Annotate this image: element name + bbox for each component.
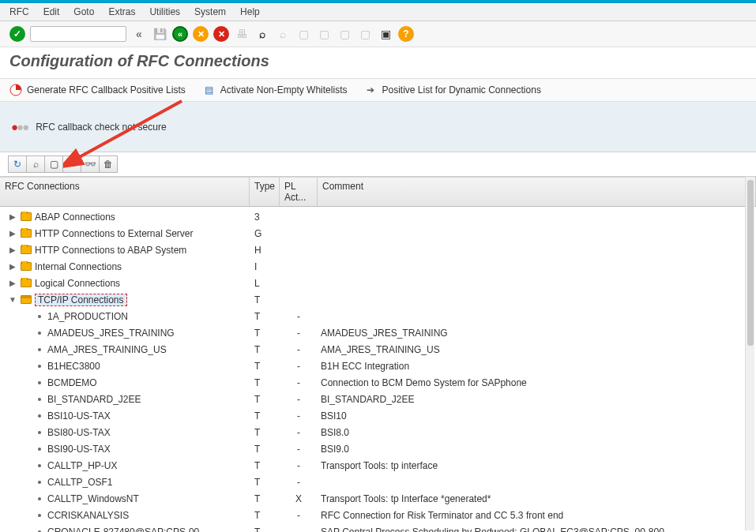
menu-goto[interactable]: Goto [73, 6, 94, 17]
folder-label: Internal Connections [35, 261, 122, 272]
history-chevron-icon[interactable]: « [131, 26, 147, 42]
type-cell: T [250, 427, 280, 438]
generate-callback-button[interactable]: Generate RFC Callback Positive Lists [9, 84, 186, 96]
tree-leaf[interactable]: CALLTP_HP-UXT-Transport Tools: tp interf… [8, 457, 756, 474]
col-type[interactable]: Type [250, 178, 280, 206]
print-icon: 🖶 [234, 26, 250, 42]
main-toolbar: ✓ « 💾 « ✕ ✕ 🖶 ⌕ ⌕ ▢ ▢ ▢ ▢ ▣ ? [0, 21, 756, 47]
plact-cell: - [280, 377, 318, 388]
tree-folder[interactable]: ▶HTTP Connections to ABAP SystemH [8, 242, 756, 258]
menu-help[interactable]: Help [240, 6, 260, 17]
type-cell: L [250, 278, 280, 289]
tree-leaf[interactable]: BI_STANDARD_J2EET-BI_STANDARD_J2EE [8, 391, 756, 407]
tree-leaf[interactable]: 1A_PRODUCTIONT- [8, 308, 756, 324]
type-cell: G [250, 228, 280, 239]
menu-system[interactable]: System [194, 6, 226, 17]
folder-icon [21, 212, 32, 221]
tree-folder[interactable]: ▶Logical ConnectionsL [8, 275, 756, 291]
menubar: RFC Edit Goto Extras Utilities System He… [0, 3, 756, 21]
activate-whitelists-button[interactable]: ▤ Activate Non-Empty Whitelists [203, 84, 348, 96]
folder-label: HTTP Connections to External Server [35, 228, 194, 239]
plact-cell: - [280, 477, 318, 488]
menu-extras[interactable]: Extras [108, 6, 135, 17]
tree-leaf[interactable]: CRONACLE-827480@SAP:CPS-00T-SAP Central … [8, 523, 756, 532]
folder-label: Logical Connections [35, 278, 120, 289]
scrollbar[interactable] [745, 177, 754, 530]
comment-cell: BSI8.0 [318, 427, 756, 438]
leaf-label: BSI80-US-TAX [47, 427, 111, 438]
expand-icon[interactable]: ▶ [8, 262, 17, 271]
comment-cell: Transport Tools: tp interface [318, 460, 756, 471]
type-cell: T [250, 311, 280, 322]
leaf-label: BSI10-US-TAX [47, 410, 111, 421]
scrollbar-thumb[interactable] [747, 180, 754, 346]
folder-open-icon [21, 295, 32, 304]
plact-cell: - [280, 311, 318, 322]
menu-edit[interactable]: Edit [43, 6, 60, 17]
bullet-icon [38, 348, 41, 351]
expand-icon[interactable]: ▶ [8, 212, 17, 221]
bullet-icon [38, 365, 41, 368]
tree-leaf[interactable]: BCMDEMOT-Connection to BCM Demo System f… [8, 374, 756, 391]
leaf-label: CRONACLE-827480@SAP:CPS-00 [47, 526, 199, 533]
menu-rfc[interactable]: RFC [9, 6, 29, 17]
help-icon[interactable]: ? [398, 26, 414, 42]
glasses-button[interactable]: 👓 [81, 155, 100, 173]
leaf-label: CALLTP_OSF1 [47, 477, 112, 488]
comment-cell: BSI10 [318, 410, 756, 421]
col-name[interactable]: RFC Connections [0, 178, 250, 206]
positive-list-button[interactable]: ➔ Positive List for Dynamic Connections [364, 84, 540, 96]
enter-icon[interactable]: ✓ [9, 26, 25, 42]
tree-folder[interactable]: ▶Internal ConnectionsI [8, 258, 756, 275]
tree-leaf[interactable]: AMADEUS_JRES_TRAININGT-AMADEUS_JRES_TRAI… [8, 324, 756, 341]
folder-label: ABAP Connections [35, 212, 115, 223]
message-bar: ●●● RFC callback check not secure [0, 102, 756, 152]
cancel-icon[interactable]: ✕ [213, 26, 229, 42]
plact-cell: - [280, 410, 318, 421]
tree-folder[interactable]: ▶HTTP Connections to External ServerG [8, 225, 756, 242]
tree-leaf[interactable]: BSI80-US-TAXT-BSI8.0 [8, 424, 756, 440]
tree-leaf[interactable]: CCRISKANALYSIST-RFC Connection for Risk … [8, 507, 756, 523]
new-session-icon[interactable]: ▣ [378, 26, 393, 42]
comment-cell: Transport Tools: tp Interface *generated… [318, 493, 756, 504]
expand-icon[interactable]: ▶ [8, 229, 17, 238]
plact-cell: - [280, 526, 318, 533]
tree-leaf[interactable]: CALLTP_WindowsNTTXTransport Tools: tp In… [8, 490, 756, 507]
folder-icon [21, 245, 32, 254]
comment-cell: BI_STANDARD_J2EE [318, 394, 756, 405]
tree-leaf[interactable]: BSI90-US-TAXT-BSI9.0 [8, 440, 756, 457]
find-button[interactable]: ⌕ [26, 155, 45, 173]
leaf-label: CALLTP_WindowsNT [47, 493, 139, 504]
tree-leaf[interactable]: AMA_JRES_TRAINING_UST-AMA_JRES_TRAINING_… [8, 341, 756, 358]
prev-page-icon: ▢ [316, 26, 332, 42]
collapse-icon[interactable]: ▼ [8, 295, 17, 304]
leaf-label: BSI90-US-TAX [47, 444, 111, 455]
menu-utilities[interactable]: Utilities [149, 6, 180, 17]
tree-grid[interactable]: ▶ABAP Connections3▶HTTP Connections to E… [0, 207, 756, 532]
delete-button[interactable]: 🗑 [99, 155, 118, 173]
edit-button[interactable]: ✎ [62, 155, 81, 173]
tree-leaf[interactable]: B1HEC3800T-B1H ECC Integration [8, 358, 756, 374]
last-page-icon: ▢ [357, 26, 373, 42]
type-cell: T [250, 526, 280, 533]
tree-leaf[interactable]: CALLTP_OSF1T- [8, 474, 756, 490]
col-comment[interactable]: Comment [318, 178, 756, 206]
tree-folder-open[interactable]: ▼TCP/IP ConnectionsT [8, 291, 756, 308]
col-plact[interactable]: PL Act... [280, 178, 318, 206]
exit-icon[interactable]: ✕ [193, 26, 209, 42]
command-field[interactable] [30, 26, 126, 42]
bullet-icon [38, 448, 41, 451]
tree-folder[interactable]: ▶ABAP Connections3 [8, 208, 756, 225]
type-cell: T [250, 460, 280, 471]
type-cell: T [250, 294, 280, 305]
find-icon[interactable]: ⌕ [254, 26, 270, 42]
comment-cell: SAP Central Process Scheduling by Redwoo… [318, 526, 756, 533]
refresh-button[interactable]: ↻ [8, 155, 27, 173]
create-button[interactable]: ▢ [44, 155, 63, 173]
list-check-icon: ▤ [203, 84, 216, 96]
tree-leaf[interactable]: BSI10-US-TAXT-BSI10 [8, 407, 756, 424]
expand-icon[interactable]: ▶ [8, 245, 17, 254]
expand-icon[interactable]: ▶ [8, 279, 17, 287]
leaf-label: BI_STANDARD_J2EE [47, 394, 141, 405]
back-icon[interactable]: « [172, 26, 188, 42]
